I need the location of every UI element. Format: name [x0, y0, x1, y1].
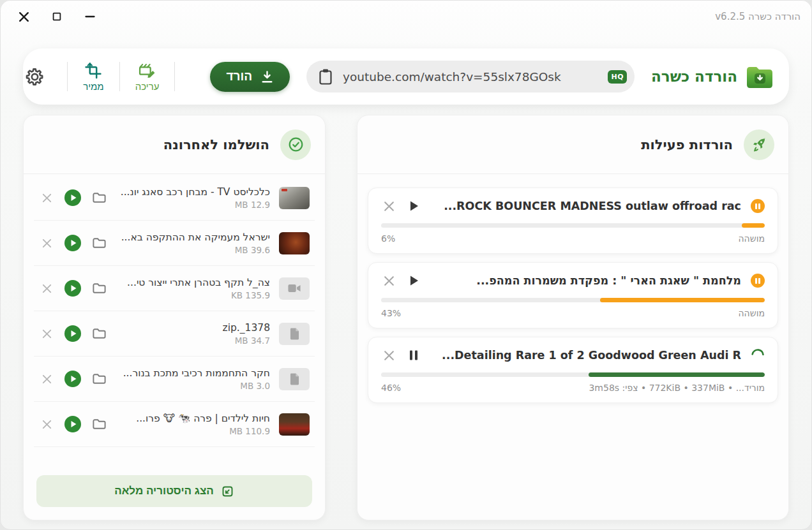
download-status: מושהה	[738, 308, 765, 318]
open-folder-icon[interactable]	[91, 235, 107, 251]
resume-play-icon[interactable]	[406, 273, 421, 288]
download-title: Detailing Rare 1 of 2 Goodwood Green Aud…	[431, 349, 741, 362]
resume-play-icon[interactable]	[406, 198, 421, 214]
download-title: מלחמת " שאגת הארי " : מפקדת משמרות המהפ.…	[431, 274, 741, 287]
toolbar-divider	[174, 62, 175, 91]
open-folder-icon[interactable]	[91, 371, 107, 386]
rocket-icon	[744, 129, 774, 160]
toolbar-divider	[119, 62, 120, 91]
brand-folder-download-icon	[746, 65, 774, 89]
completed-panel: הושלמו לאחרונה כלכליסט TV - מבחן רכב סאנ…	[23, 115, 326, 520]
maximize-window-icon[interactable]	[50, 10, 64, 24]
open-folder-icon[interactable]	[91, 326, 107, 341]
download-button-label: הורד	[226, 70, 252, 84]
download-arrow-icon	[260, 70, 274, 84]
close-window-icon[interactable]	[17, 10, 31, 24]
url-input[interactable]: youtube.com/watch?v=55slx78GOsk HQ	[306, 61, 635, 92]
external-link-icon	[221, 485, 234, 498]
edit-button[interactable]: עריכה	[134, 62, 161, 92]
download-button[interactable]: הורד	[210, 62, 290, 92]
convert-button[interactable]: ממיר	[82, 62, 105, 92]
window-controls	[17, 10, 97, 24]
progress-bar	[381, 223, 765, 228]
download-status: מוריד... • 772KiB • 337MiB • צפי: 3m58s	[589, 383, 765, 393]
quality-badge[interactable]: HQ	[608, 70, 627, 84]
video-thumbnail	[279, 187, 310, 209]
completed-list: כלכליסט TV - מבחן רכב סאנג יונ... 12.9 M…	[24, 174, 325, 462]
open-folder-icon[interactable]	[91, 416, 107, 432]
cancel-download-icon[interactable]	[381, 273, 396, 288]
file-placeholder-thumbnail	[279, 368, 310, 390]
completed-item-title: כלכליסט TV - מבחן רכב סאנג יונ...	[116, 186, 270, 198]
remove-item-icon[interactable]	[39, 326, 54, 341]
crop-convert-icon	[84, 62, 102, 79]
active-panel-title: הורדות פעילות	[641, 137, 733, 152]
completed-item-row: צה_ל תקף בטהרן אתרי ייצור טי... 135.9 KB	[34, 266, 315, 311]
play-file-icon[interactable]	[64, 189, 81, 206]
app-window: הורדה כשרה v6.2.5	[0, 0, 812, 530]
downloading-spinner-icon	[751, 348, 765, 362]
toolbar-divider	[67, 62, 68, 91]
show-full-history-button[interactable]: הצג היסטוריה מלאה	[36, 475, 312, 507]
video-edit-icon	[138, 62, 157, 79]
clipboard-icon	[318, 68, 333, 85]
completed-panel-title: הושלמו לאחרונה	[163, 137, 269, 152]
play-file-icon[interactable]	[64, 371, 81, 387]
completed-item-title: חקר התחממות רכיבי מתכת בנור...	[116, 367, 270, 379]
progress-bar	[381, 372, 765, 377]
completed-panel-header: הושלמו לאחרונה	[24, 115, 325, 174]
remove-item-icon[interactable]	[39, 371, 54, 386]
video-thumbnail	[279, 232, 310, 254]
play-file-icon[interactable]	[64, 416, 81, 432]
completed-item-title: 1378_.zip	[116, 322, 270, 334]
play-file-icon[interactable]	[64, 325, 81, 342]
open-folder-icon[interactable]	[91, 190, 107, 205]
cancel-download-icon[interactable]	[381, 198, 396, 214]
check-circle-icon	[280, 129, 311, 160]
video-thumbnail	[279, 413, 310, 436]
file-icon	[290, 373, 299, 385]
app-title: הורדה כשרה v6.2.5	[715, 11, 801, 22]
gear-icon	[24, 66, 45, 87]
url-value[interactable]: youtube.com/watch?v=55slx78GOsk	[343, 70, 608, 84]
download-percent: 6%	[381, 233, 395, 244]
completed-item-row: 1378_.zip 34.7 MB	[34, 311, 315, 357]
active-downloads-panel: הורדות פעילות ROCK BOUNCER MADNESS outla…	[357, 115, 789, 520]
remove-item-icon[interactable]	[39, 190, 54, 205]
minimize-window-icon[interactable]	[83, 10, 97, 24]
active-downloads-list: ROCK BOUNCER MADNESS outlaw offroad rac.…	[357, 174, 788, 416]
download-card: מלחמת " שאגת הארי " : מפקדת משמרות המהפ.…	[368, 262, 778, 328]
remove-item-icon[interactable]	[39, 235, 54, 251]
remove-item-icon[interactable]	[39, 416, 54, 432]
download-card: ROCK BOUNCER MADNESS outlaw offroad rac.…	[368, 188, 778, 254]
cancel-download-icon[interactable]	[381, 348, 396, 363]
download-percent: 43%	[381, 308, 401, 318]
completed-item-size: 12.9 MB	[116, 200, 270, 210]
video-camera-icon	[288, 284, 301, 293]
download-card: Detailing Rare 1 of 2 Goodwood Green Aud…	[368, 337, 778, 403]
play-file-icon[interactable]	[64, 235, 81, 251]
paused-status-icon	[751, 274, 765, 288]
file-icon	[290, 328, 299, 340]
completed-item-size: 135.9 KB	[116, 290, 270, 300]
open-folder-icon[interactable]	[91, 281, 107, 296]
progress-bar	[381, 298, 765, 302]
remove-item-icon[interactable]	[39, 281, 54, 296]
download-status: מושהה	[738, 233, 765, 244]
completed-item-row: כלכליסט TV - מבחן רכב סאנג יונ... 12.9 M…	[34, 175, 315, 221]
download-title: ROCK BOUNCER MADNESS outlaw offroad rac.…	[431, 200, 741, 212]
settings-button[interactable]	[24, 66, 45, 87]
file-placeholder-thumbnail	[279, 323, 310, 345]
toolbar: הורדה כשרה youtube.com/watch?v=55slx78GO…	[23, 48, 789, 105]
completed-item-size: 3.0 MB	[116, 381, 270, 391]
titlebar: הורדה כשרה v6.2.5	[0, 0, 812, 33]
paused-status-icon	[751, 199, 765, 213]
active-panel-header: הורדות פעילות	[357, 115, 788, 174]
pause-download-icon[interactable]	[406, 348, 421, 363]
completed-item-title: חיות לילדים | פרה 🐄 🐮 פרו...	[116, 413, 270, 424]
completed-item-row: חקר התחממות רכיבי מתכת בנור... 3.0 MB	[34, 357, 315, 402]
completed-item-size: 34.7 MB	[116, 335, 270, 346]
completed-item-row: חיות לילדים | פרה 🐄 🐮 פרו... 110.9 MB	[34, 402, 315, 447]
play-file-icon[interactable]	[64, 280, 81, 297]
history-button-label: הצג היסטוריה מלאה	[114, 485, 213, 497]
